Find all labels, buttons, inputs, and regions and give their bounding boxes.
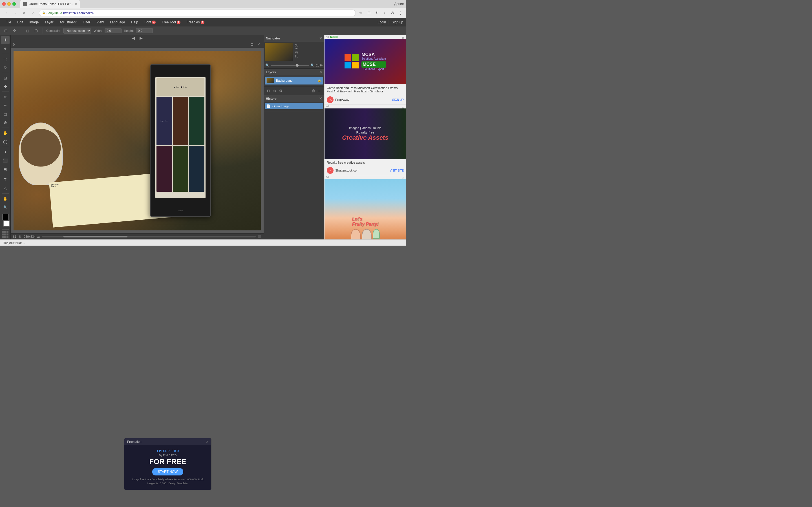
ad3-close[interactable]: ✕ — [401, 176, 405, 180]
account-icon[interactable]: W — [390, 10, 395, 16]
active-tab[interactable]: Online Photo Editor | Pixlr Edit... ✕ — [20, 0, 80, 8]
pencil-tool[interactable]: ✏ — [1, 102, 10, 110]
canvas-viewport[interactable]: ONES TOWATC ☁ Cloud | 📱 Device — [11, 48, 264, 233]
hand-tool[interactable]: ✋ — [1, 194, 10, 203]
brush-tool[interactable]: ✏ — [1, 93, 10, 101]
maximize-traffic-light[interactable] — [12, 2, 16, 6]
ms-tile-yellow — [352, 62, 359, 68]
new-tab-btn[interactable] — [81, 1, 89, 7]
menu-freebies[interactable]: Freebies 2 — [184, 19, 207, 25]
canvas-nav-right[interactable]: ▶ — [140, 36, 143, 40]
gradient-tool[interactable]: ▣ — [1, 165, 10, 173]
new-group-btn[interactable]: ⊟ — [265, 88, 271, 94]
layers-title: Layers — [266, 70, 276, 74]
canvas-nav-left[interactable]: ◀ — [132, 36, 135, 40]
canvas-scrollbar-h[interactable] — [42, 236, 256, 237]
cast-icon[interactable]: ⊡ — [366, 10, 371, 16]
eraser-tool[interactable]: ◻ — [1, 110, 10, 118]
smudge-tool[interactable]: ✋ — [1, 129, 10, 137]
navigator-close[interactable]: ✕ — [319, 36, 322, 40]
close-traffic-light[interactable] — [2, 2, 6, 6]
toolbar-tool-icon[interactable]: ⊡ — [3, 27, 9, 34]
layers-close[interactable]: ✕ — [319, 70, 322, 74]
heal-tool[interactable]: ✚ — [1, 82, 10, 91]
zoom-tool[interactable]: 🔍 — [1, 203, 10, 211]
title-bar: Online Photo Editor | Pixlr Edit... ✕ Де… — [0, 0, 406, 8]
zoom-out-icon[interactable]: 🔍 — [265, 63, 269, 67]
menu-icon[interactable]: ⋮ — [398, 10, 403, 16]
signup-button[interactable]: Sign up — [392, 20, 403, 24]
menu-layer[interactable]: Layer — [42, 19, 56, 25]
status-bar: Подключение... — [0, 239, 406, 245]
new-adjustment-btn[interactable]: ⊕ — [271, 88, 278, 94]
menu-file[interactable]: File — [3, 19, 14, 25]
history-open-image[interactable]: 📄 Open Image — [265, 103, 323, 109]
ad2-brand-logo: S — [327, 167, 334, 174]
address-bar[interactable]: 🔒 Защищено https://pixlr.com/editor/ — [39, 10, 356, 16]
reload-button[interactable]: ✕ — [21, 10, 28, 16]
add-tool[interactable]: ⊕ — [1, 45, 10, 52]
ad2-headline: Royalty-free Creative Assets — [342, 131, 388, 142]
layers-panel: Layers ✕ Background 🔒 ⊟ ⊕ ⚙ 🗑 ⋯ — [264, 69, 324, 95]
foreground-color[interactable] — [2, 214, 8, 220]
delete-layer-btn[interactable]: 🗑 — [310, 88, 316, 94]
canvas-close-btn[interactable]: ✕ — [256, 42, 261, 47]
ad1-action-btn[interactable]: SIGN UP — [392, 98, 404, 101]
toolbar-add-icon[interactable]: ✛ — [11, 27, 17, 34]
tab-close-btn[interactable]: ✕ — [75, 3, 77, 6]
canvas-footer: 81 % 950x534 px — [11, 233, 264, 239]
menu-view[interactable]: View — [94, 19, 107, 25]
minimize-traffic-light[interactable] — [7, 2, 11, 6]
type-tool[interactable]: T — [1, 175, 10, 183]
reader-icon[interactable]: 👁 — [374, 10, 379, 16]
status-text: Подключение... — [3, 241, 25, 244]
zoom-display: 81 — [13, 235, 16, 238]
constraint-select[interactable]: No restriction — [63, 28, 91, 34]
canvas-maximize-btn[interactable]: ⊡ — [250, 42, 255, 47]
menu-help[interactable]: Help — [128, 19, 141, 25]
zoom-slider[interactable] — [271, 65, 309, 66]
ad1-brand-logo: PA — [327, 96, 334, 103]
zoom-in-icon[interactable]: 🔍 — [310, 63, 315, 67]
toolbar-select-icon[interactable]: ◻ — [24, 27, 31, 34]
toolbar-lasso-icon[interactable]: ⬡ — [33, 27, 39, 34]
ad3-headline: Let'sFruity Party! — [352, 217, 378, 227]
canvas-expand-btn[interactable] — [258, 235, 261, 238]
forward-button[interactable]: › — [12, 10, 18, 16]
background-color[interactable] — [3, 221, 10, 226]
login-button[interactable]: Login — [378, 20, 386, 24]
eyedropper-tool[interactable]: ✦ — [1, 148, 10, 156]
layer-style-btn[interactable]: ⚙ — [278, 88, 284, 94]
paint-bucket-tool[interactable]: ⬛ — [1, 157, 10, 165]
move-tool[interactable]: ✛ — [1, 36, 10, 44]
history-item-label: Open Image — [272, 105, 290, 108]
bookmark-icon[interactable]: ☆ — [358, 10, 364, 16]
width-input[interactable] — [105, 28, 121, 33]
ad2-action-btn[interactable]: VISIT SITE — [390, 169, 404, 172]
audio-icon[interactable]: ♪ — [382, 10, 388, 16]
dodge-tool[interactable]: ◯ — [1, 138, 10, 146]
home-button[interactable]: ⌂ — [30, 10, 37, 16]
ad2-label: Ad — [324, 105, 406, 108]
background-layer[interactable]: Background 🔒 — [265, 76, 323, 84]
clone-tool[interactable]: ⊕ — [1, 119, 10, 126]
select-rect-tool[interactable]: ⬚ — [1, 55, 10, 63]
height-input[interactable] — [136, 28, 153, 33]
history-close[interactable]: ✕ — [319, 97, 322, 101]
cert2-name: MCSE — [361, 61, 386, 68]
shape-tool[interactable]: △ — [1, 184, 10, 192]
menu-free-tool[interactable]: Free Tool 1 — [159, 19, 183, 25]
menu-filter[interactable]: Filter — [80, 19, 93, 25]
layer-more-btn[interactable]: ⋯ — [316, 88, 322, 94]
select-lasso-tool[interactable]: ⬡ — [1, 64, 10, 71]
ad1-image: MCSA Solutions Associate MCSE Solutions … — [324, 39, 406, 84]
crop-tool[interactable]: ⊡ — [1, 74, 10, 82]
ad1-close[interactable]: ✕ — [401, 36, 405, 40]
menu-language[interactable]: Language — [107, 19, 128, 25]
navigator-thumbnail[interactable] — [265, 43, 293, 61]
menu-edit[interactable]: Edit — [14, 19, 26, 25]
menu-adjustment[interactable]: Adjustment — [57, 19, 79, 25]
menu-font[interactable]: Font 4 — [142, 19, 158, 25]
menu-image[interactable]: Image — [27, 19, 42, 25]
back-button[interactable]: ‹ — [3, 10, 10, 16]
